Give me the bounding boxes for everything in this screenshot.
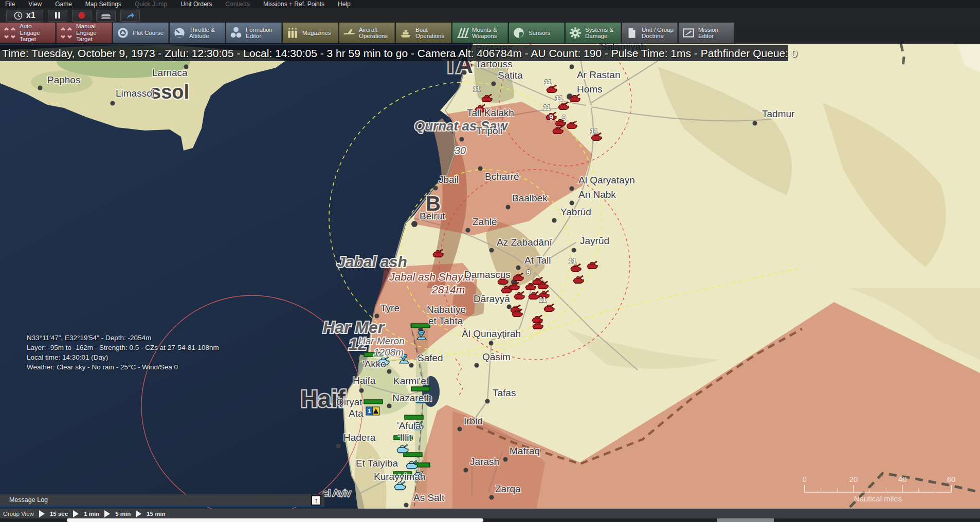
city-label: Hadera (343, 432, 376, 443)
toolbar-button-sensors[interactable]: Sensors (509, 23, 565, 43)
gear-icon (569, 26, 582, 40)
city-dot (387, 369, 392, 374)
airfield-runway[interactable] (405, 415, 423, 419)
tactical-map[interactable]: 1 TAssolBHaifQurnat as Saw30Jabal ashJab… (0, 0, 980, 522)
city-label: Ata (349, 408, 364, 419)
menu-item-view[interactable]: View (28, 1, 42, 8)
message-log-title: Message Log (0, 496, 48, 504)
unit-count-label: 11 (555, 94, 563, 102)
city-dot (433, 186, 438, 191)
formation-circles-icon (229, 26, 243, 40)
menu-item-help[interactable]: Help (338, 1, 351, 8)
toolbar-button-magazines[interactable]: Magazines (283, 23, 338, 43)
pause-button[interactable] (48, 10, 67, 22)
city-dot (503, 457, 508, 462)
city-label: Tripoli (476, 125, 502, 136)
city-label: Tafas (493, 387, 516, 398)
map-layers-button[interactable] (96, 10, 116, 22)
menu-item-contacts: Contacts (226, 1, 250, 8)
toolbar-button-unit-group-doctrine[interactable]: Unit / GroupDoctrine (622, 23, 678, 43)
menu-item-map-settings[interactable]: Map Settings (85, 1, 121, 8)
radar-dome-icon (512, 26, 525, 40)
city-label: Jbail (439, 174, 459, 185)
bullets-icon (286, 26, 299, 40)
toolbar-button-aircraft-operations[interactable]: AircraftOperations (339, 23, 395, 43)
scale-tick-label: 20 (849, 475, 858, 483)
city-label: Al Qaryatayn (578, 175, 635, 185)
toolbar-button-auto-engage-target[interactable]: Auto EngageTarget (0, 23, 56, 43)
terrain-label: Har Meron (358, 335, 405, 346)
city-label: Bcharré (485, 171, 519, 182)
city-label: Paphos (47, 74, 80, 85)
up-arrow-icon: ↑ (315, 497, 318, 504)
time-step-arrow-icon[interactable] (136, 510, 141, 517)
city-dot (489, 341, 494, 346)
time-step-5-min[interactable]: 5 min (115, 511, 131, 517)
friendly-flag-marker[interactable]: 1 (366, 407, 379, 415)
time-step-arrow-icon[interactable] (39, 510, 45, 517)
city-label: Baalbek (512, 193, 548, 203)
toolbar-button-label: Throttle &Altitude (189, 27, 215, 40)
pause-icon (55, 12, 61, 19)
toolbar-button-mission-editor[interactable]: MissionEditor (679, 23, 734, 43)
unit-count-label: 11 (569, 257, 576, 265)
unit-count-label: 11 (544, 78, 552, 86)
menu-item-unit-orders[interactable]: Unit Orders (180, 1, 212, 8)
airfield-runway[interactable] (404, 453, 422, 457)
city-label: Zarqa (495, 483, 521, 494)
toolbar-button-label: AircraftOperations (359, 27, 388, 40)
city-label: 'Afula (397, 420, 421, 431)
message-log-expand-button[interactable]: ↑ (311, 495, 321, 506)
toolbar-button-systems-damage[interactable]: Systems &Damage (566, 23, 621, 43)
airfield-runway[interactable] (411, 387, 430, 391)
time-compression-button[interactable]: x1 (6, 10, 43, 22)
city-label: Dārayyā (474, 293, 510, 304)
toolbar-button-label: Magazines (302, 30, 331, 36)
cursor-info-line: Weather: Clear sky - No rain - 25°C - Wi… (27, 362, 219, 372)
time-step-arrow-icon[interactable] (104, 510, 110, 517)
city-label: Safed (418, 352, 443, 363)
time-step-1-min[interactable]: 1 min (84, 511, 99, 517)
toolbar-button-manual-engage-target[interactable]: ManualEngage Target (57, 23, 112, 43)
city-dot (458, 427, 462, 432)
record-button[interactable] (72, 10, 92, 22)
terrain-label: Jabal ash Shaykh (389, 271, 475, 283)
boat-icon (399, 26, 412, 40)
city-dot (489, 495, 494, 500)
toolbar-button-label: Systems &Damage (585, 27, 613, 40)
menu-item-missions-ref-points[interactable]: Missions + Ref. Points (263, 1, 324, 8)
record-icon (78, 11, 86, 20)
time-step-15-sec[interactable]: 15 sec (50, 511, 68, 517)
city-label: Tall Kalakh (467, 107, 514, 118)
menu-item-game[interactable]: Game (55, 1, 72, 8)
unit-count-label: 11 (543, 103, 551, 111)
unit-count-label: 9 (527, 268, 531, 276)
scrollbar-thumb[interactable] (67, 518, 483, 522)
airfield-runway[interactable] (364, 400, 383, 404)
toolbar-button-throttle-altitude[interactable]: Throttle &Altitude (170, 23, 225, 43)
menu-bar: FileViewGameMap SettingsQuick JumpUnit O… (0, 0, 980, 8)
scrollbar-handle[interactable] (717, 518, 774, 522)
gauge-icon (173, 26, 186, 40)
city-label: Beirut (420, 211, 445, 221)
group-view-label[interactable]: Group View (3, 511, 34, 517)
toolbar-button-formation-editor[interactable]: FormationEditor (226, 23, 282, 43)
toolbar-button-mounts-weapons[interactable]: Mounts &Weapons (452, 23, 508, 43)
aircraft-icon (342, 26, 356, 40)
scale-tick-label: 60 (947, 475, 956, 483)
message-log-bar[interactable]: Message Log ↑ (0, 494, 324, 507)
city-label: Tadmur (762, 108, 795, 119)
toolbar-button-label: BoatOperations (415, 27, 444, 40)
toolbar-button-label: ManualEngage Target (76, 23, 110, 43)
time-step-arrow-icon[interactable] (73, 510, 79, 517)
menu-item-file[interactable]: File (5, 1, 15, 8)
toolbar-button-plot-course[interactable]: Plot Course (113, 23, 169, 43)
city-dot (475, 363, 479, 368)
horizontal-scrollbar[interactable] (0, 518, 980, 522)
map-zoom-label: ssol (150, 81, 189, 103)
jump-back-button[interactable] (120, 10, 140, 22)
time-step-15-min[interactable]: 15 min (147, 511, 165, 517)
time-status-bar: Time: Tuesday, October 9, 1973 - Zulu: 1… (0, 45, 788, 61)
unit-count-label: 9 (562, 114, 566, 122)
toolbar-button-boat-operations[interactable]: BoatOperations (396, 23, 451, 43)
